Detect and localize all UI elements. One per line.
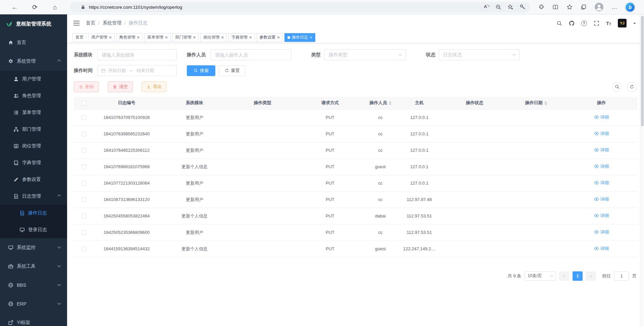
user-avatar[interactable]: YJ [618,19,627,27]
row-checkbox[interactable] [82,247,86,251]
browser-more-icon[interactable]: … [611,4,618,10]
browser-refresh-button[interactable]: ⟳ [25,0,45,14]
fullscreen-icon[interactable] [594,20,599,26]
goto-page-input[interactable] [614,271,629,281]
row-checkbox[interactable] [82,115,86,120]
view-tab[interactable]: 字典管理 × [228,33,255,42]
sidebar-item[interactable]: ERP [0,295,67,313]
row-checkbox[interactable] [82,132,86,136]
view-tab[interactable]: 部门管理 × [172,33,199,42]
add-favorite-icon[interactable] [507,4,514,10]
row-checkbox[interactable] [82,148,86,153]
detail-link[interactable]: 详细 [594,246,609,252]
profile-avatar[interactable] [595,3,603,11]
read-aloud-icon[interactable]: A [484,4,489,10]
sidebar-item[interactable]: 系统管理 [0,52,67,71]
collections-icon[interactable] [581,4,587,10]
tab-close-icon[interactable]: × [221,35,224,40]
sidebar-item[interactable]: 首页 [0,33,67,52]
sort-icons[interactable] [389,101,391,105]
avatar-caret-icon[interactable] [633,23,636,25]
col-header-date[interactable]: 操作日期 [506,97,566,109]
detail-link[interactable]: 详细 [594,131,609,137]
sidebar-item[interactable]: 岗位管理 [0,138,67,154]
tab-close-icon[interactable]: × [165,35,168,40]
hamburger-icon[interactable] [73,20,80,26]
clear-button[interactable]: 清空 [108,81,133,92]
reset-button[interactable]: 重置 [219,65,245,76]
tab-close-icon[interactable]: × [109,35,112,40]
sidebar-item[interactable]: 菜单管理 [0,104,67,121]
font-size-icon[interactable]: TT [606,20,611,26]
sidebar-item[interactable]: 操作日志 [0,205,67,221]
view-tab[interactable]: 角色管理 × [116,33,143,42]
status-select[interactable]: 日志状态 [439,49,520,60]
detail-link[interactable]: 详细 [594,147,609,153]
help-icon[interactable]: ? [581,20,587,26]
detail-link[interactable]: 详细 [594,180,609,186]
export-button[interactable]: 导出 [142,81,167,92]
view-tab[interactable]: 菜单管理 × [144,33,171,42]
current-page-button[interactable]: 1 [573,271,583,281]
sort-icons[interactable] [544,101,547,105]
extensions-icon[interactable] [538,4,544,10]
sidebar-item[interactable]: 用户管理 [0,71,67,87]
detail-link[interactable]: 详细 [594,229,609,235]
sidebar-item[interactable]: 系统监控 [0,238,67,257]
detail-link[interactable]: 详细 [594,164,609,170]
github-icon[interactable] [569,20,575,26]
prev-page-button[interactable]: ‹ [559,271,569,281]
favorites-icon[interactable] [567,4,573,10]
sidebar-item[interactable]: 角色管理 [0,87,67,104]
refresh-table-button[interactable] [627,82,637,92]
end-date-placeholder[interactable]: 结束日期 [137,68,154,74]
date-range-picker[interactable]: 开始日期 - 结束日期 [97,65,177,76]
col-header-operator[interactable]: 操作人员 [365,97,396,109]
operator-input[interactable] [211,49,291,60]
show-search-button[interactable] [612,82,622,92]
page-scrollbar[interactable] [640,14,644,326]
row-checkbox[interactable] [82,165,86,169]
view-tab[interactable]: 首页 [72,33,87,42]
breadcrumb-home[interactable]: 首页 [86,20,95,26]
browser-back-button[interactable]: ← [5,0,25,14]
browser-home-button[interactable]: ⌂ [45,0,65,14]
tab-close-icon[interactable]: × [249,35,252,40]
view-tab[interactable]: 用户管理 × [88,33,115,42]
view-tab[interactable]: 操作日志 × [284,33,315,42]
split-screen-icon[interactable] [552,4,558,10]
bing-icon[interactable]: b [626,3,635,12]
view-tab[interactable]: 参数设置 × [257,33,283,42]
sidebar-item[interactable]: 日志管理 [0,188,67,205]
detail-link[interactable]: 详细 [594,196,609,202]
type-select[interactable]: 操作类型 [324,49,406,60]
row-checkbox[interactable] [82,181,86,186]
url-text[interactable]: https://ccnetcore.com:1101/system/log/op… [89,5,478,10]
scrollbar-thumb[interactable] [641,16,644,126]
sidebar-item[interactable]: 字典管理 [0,154,67,171]
next-page-button[interactable]: › [586,271,596,281]
tab-close-icon[interactable]: × [193,35,196,40]
sidebar-item[interactable]: Yi框架 [0,313,67,326]
detail-link[interactable]: 详细 [594,114,609,120]
row-checkbox[interactable] [82,214,86,218]
start-date-placeholder[interactable]: 开始日期 [108,68,126,74]
address-bar[interactable]: https://ccnetcore.com:1101/system/log/op… [70,2,530,12]
view-tab[interactable]: 岗位管理 × [200,33,227,42]
tab-close-icon[interactable]: × [310,35,312,40]
detail-link[interactable]: 详细 [594,213,609,219]
sidebar-item[interactable]: 系统工具 [0,257,67,276]
header-search-icon[interactable] [556,20,562,26]
sidebar-item[interactable]: 登录日志 [0,221,67,238]
delete-button[interactable]: 删除 [74,81,99,92]
password-key-icon[interactable] [520,4,526,10]
zoom-out-icon[interactable] [495,4,501,10]
sidebar-item[interactable]: 参数设置 [0,171,67,188]
page-size-select[interactable]: 10条/页 [525,271,556,281]
tab-close-icon[interactable]: × [277,35,280,40]
tab-close-icon[interactable]: × [137,35,140,40]
sidebar-item[interactable]: 部门管理 [0,121,67,138]
sidebar-item[interactable]: BBS [0,276,67,295]
breadcrumb-system[interactable]: 系统管理 [103,20,121,26]
module-input[interactable] [97,49,177,60]
